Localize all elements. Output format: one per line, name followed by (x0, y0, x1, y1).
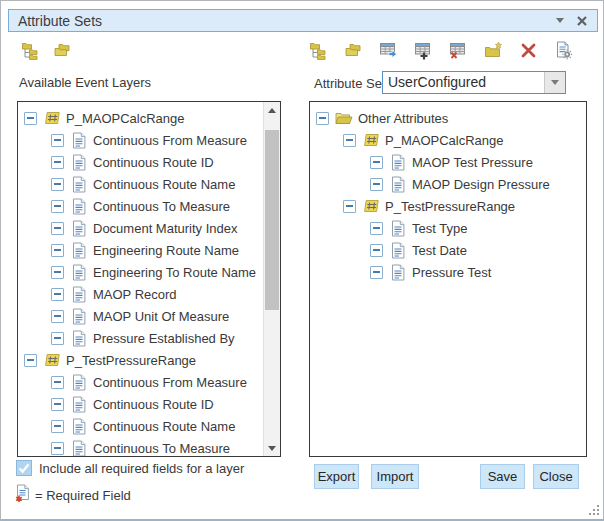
tree-item[interactable]: Continuous Route ID (18, 151, 263, 173)
close-icon[interactable] (576, 15, 588, 27)
layer-icon (43, 351, 61, 369)
tree-item[interactable]: Continuous Route ID (18, 393, 263, 415)
titlebar-controls (556, 15, 588, 27)
field-icon (70, 175, 88, 193)
attribute-set-properties-icon[interactable] (554, 41, 573, 60)
triangle-down-icon (268, 446, 276, 451)
tree-item[interactable]: Pressure Established By (18, 327, 263, 349)
collapse-toggle[interactable] (51, 134, 64, 147)
tree-item[interactable]: Continuous From Measure (18, 129, 263, 151)
required-field-legend: = Required Field (15, 484, 131, 506)
collapse-toggle[interactable] (370, 244, 383, 257)
tree-item[interactable]: P_TestPressureRange (18, 349, 263, 371)
collapse-toggle[interactable] (24, 354, 37, 367)
tree-item-label: Test Type (412, 221, 467, 236)
tree-item[interactable]: Document Maturity Index (18, 217, 263, 239)
collapse-toggle[interactable] (316, 112, 329, 125)
tree-item-label: MAOP Unit Of Measure (93, 309, 229, 324)
available-layers-tree: P_MAOPCalcRange Continuous From Measure … (18, 102, 263, 456)
collapse-toggle[interactable] (370, 178, 383, 191)
tree-item[interactable]: Continuous To Measure (18, 195, 263, 217)
tree-item[interactable]: P_MAOPCalcRange (18, 107, 263, 129)
collapse-toggle[interactable] (370, 156, 383, 169)
collapse-folders-icon[interactable] (344, 41, 363, 60)
collapse-toggle[interactable] (343, 200, 356, 213)
remove-attribute-set-icon[interactable] (449, 41, 468, 60)
tree-item-label: MAOP Record (93, 287, 177, 302)
tree-item-label: MAOP Test Pressure (412, 155, 533, 170)
pin-menu-caret-icon[interactable] (556, 18, 564, 23)
layer-icon (362, 197, 380, 215)
collapse-toggle[interactable] (51, 288, 64, 301)
field-icon (70, 439, 88, 456)
required-field-icon (15, 484, 30, 506)
tree-item[interactable]: Continuous Route Name (18, 173, 263, 195)
collapse-folders-icon[interactable] (53, 41, 72, 60)
collapse-toggle[interactable] (370, 266, 383, 279)
field-icon (70, 373, 88, 391)
tree-item[interactable]: P_TestPressureRange (310, 195, 586, 217)
close-button[interactable]: Close (533, 464, 579, 489)
tree-item[interactable]: Pressure Test (310, 261, 586, 283)
tree-item[interactable]: Continuous Route Name (18, 415, 263, 437)
scroll-down-button[interactable] (264, 440, 280, 456)
tree-item[interactable]: Continuous To Measure (18, 437, 263, 456)
collapse-toggle[interactable] (51, 222, 64, 235)
tree-item-label: Test Date (412, 243, 467, 258)
include-required-row: Include all required fields for a layer (16, 460, 244, 476)
new-attribute-set-icon[interactable] (484, 41, 503, 60)
field-icon (389, 241, 407, 259)
tree-item[interactable]: MAOP Record (18, 283, 263, 305)
delete-icon[interactable] (519, 41, 538, 60)
attribute-set-combobox[interactable]: UserConfigured (382, 71, 566, 94)
collapse-toggle[interactable] (51, 398, 64, 411)
vertical-scrollbar[interactable] (263, 102, 280, 456)
attribute-set-panel: Other Attributes P_MAOPCalcRange MAOP Te… (309, 101, 587, 457)
tree-item-label: Continuous Route ID (93, 155, 214, 170)
collapse-toggle[interactable] (24, 112, 37, 125)
tree-item[interactable]: Other Attributes (310, 107, 586, 129)
tree-item[interactable]: Continuous From Measure (18, 371, 263, 393)
tree-item[interactable]: Test Date (310, 239, 586, 261)
scrollbar-thumb[interactable] (265, 130, 279, 310)
collapse-toggle[interactable] (51, 310, 64, 323)
scroll-up-button[interactable] (264, 102, 280, 118)
save-button[interactable]: Save (480, 464, 525, 489)
collapse-toggle[interactable] (51, 266, 64, 279)
include-required-checkbox[interactable] (16, 460, 32, 476)
add-attribute-set-icon[interactable] (414, 41, 433, 60)
collapse-toggle[interactable] (51, 332, 64, 345)
export-button[interactable]: Export (314, 464, 359, 489)
tree-item[interactable]: P_MAOPCalcRange (310, 129, 586, 151)
tree-item-label: Continuous From Measure (93, 375, 247, 390)
tree-item[interactable]: MAOP Unit Of Measure (18, 305, 263, 327)
resize-grip[interactable] (588, 504, 600, 516)
collapse-toggle[interactable] (51, 156, 64, 169)
tree-item[interactable]: Engineering Route Name (18, 239, 263, 261)
layer-icon (362, 131, 380, 149)
tree-item-label: Continuous To Measure (93, 441, 230, 456)
field-icon (70, 131, 88, 149)
attribute-set-tree: Other Attributes P_MAOPCalcRange MAOP Te… (310, 102, 586, 456)
chevron-down-icon (551, 80, 559, 85)
collapse-toggle[interactable] (51, 178, 64, 191)
collapse-toggle[interactable] (51, 376, 64, 389)
tree-item[interactable]: MAOP Test Pressure (310, 151, 586, 173)
tree-item[interactable]: Test Type (310, 217, 586, 239)
import-button[interactable]: Import (371, 464, 419, 489)
collapse-toggle[interactable] (51, 442, 64, 455)
collapse-toggle[interactable] (51, 200, 64, 213)
collapse-toggle[interactable] (370, 222, 383, 235)
expand-layer-tree-icon[interactable] (309, 41, 328, 60)
collapse-toggle[interactable] (51, 244, 64, 257)
tree-item-label: MAOP Design Pressure (412, 177, 550, 192)
tree-item[interactable]: Engineering To Route Name (18, 261, 263, 283)
attribute-sets-dialog: Attribute Sets Available Event Layers A (0, 0, 604, 521)
copy-attribute-set-icon[interactable] (379, 41, 398, 60)
combobox-dropdown-button[interactable] (544, 72, 565, 93)
collapse-toggle[interactable] (51, 420, 64, 433)
tree-item[interactable]: MAOP Design Pressure (310, 173, 586, 195)
tree-item-label: Engineering To Route Name (93, 265, 256, 280)
collapse-toggle[interactable] (343, 134, 356, 147)
expand-layer-tree-icon[interactable] (21, 41, 40, 60)
